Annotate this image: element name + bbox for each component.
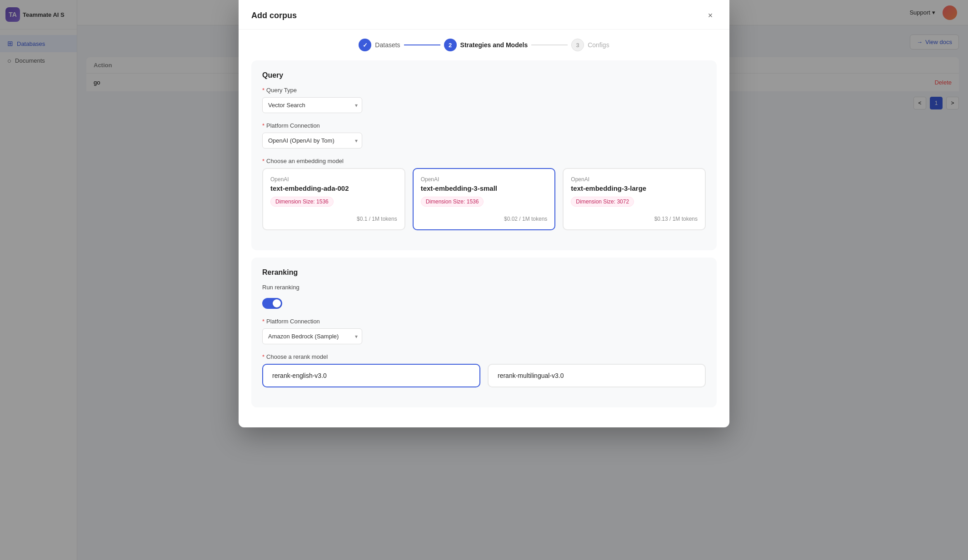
step-1-label: Datasets bbox=[375, 41, 400, 49]
model-1-dimension: Dimension Size: 1536 bbox=[421, 197, 484, 207]
query-platform-select-wrapper: OpenAI (OpenAI by Tom) Amazon Bedrock (S… bbox=[262, 133, 362, 149]
step-3: 3 Configs bbox=[571, 39, 609, 51]
embedding-model-cards: OpenAI text-embedding-ada-002 Dimension … bbox=[262, 168, 706, 230]
run-reranking-toggle[interactable] bbox=[262, 298, 282, 309]
modal-title: Add corpus bbox=[251, 11, 297, 20]
modal-header: Add corpus × bbox=[239, 0, 729, 30]
query-section-title: Query bbox=[262, 71, 706, 79]
embedding-model-label-text: Choose an embedding model bbox=[266, 158, 344, 164]
toggle-knob bbox=[273, 299, 281, 307]
rerank-model-label: * Choose a rerank model bbox=[262, 353, 706, 360]
model-2-provider: OpenAI bbox=[571, 176, 698, 183]
rerank-model-required-marker: * bbox=[262, 353, 264, 360]
query-type-select-wrapper: Vector Search Keyword Search Hybrid Sear… bbox=[262, 97, 362, 113]
model-0-name: text-embedding-ada-002 bbox=[270, 184, 397, 192]
rerank-card-0-name: rerank-english-v3.0 bbox=[272, 372, 327, 379]
step-connector-2 bbox=[531, 45, 568, 45]
query-platform-required-marker: * bbox=[262, 122, 264, 129]
query-type-select[interactable]: Vector Search Keyword Search Hybrid Sear… bbox=[262, 97, 362, 113]
embedding-model-card-1[interactable]: OpenAI text-embedding-3-small Dimension … bbox=[413, 168, 556, 230]
reranking-section-title: Reranking bbox=[262, 268, 706, 277]
reranking-platform-required-marker: * bbox=[262, 318, 264, 325]
reranking-platform-label-text: Platform Connection bbox=[266, 318, 320, 325]
step-1-circle: ✓ bbox=[359, 39, 371, 51]
model-0-provider: OpenAI bbox=[270, 176, 397, 183]
add-corpus-modal: Add corpus × ✓ Datasets 2 Strategies and… bbox=[239, 0, 729, 427]
model-2-price: $0.13 / 1M tokens bbox=[571, 216, 698, 222]
query-type-label: * Query Type bbox=[262, 87, 706, 94]
step-connector-1 bbox=[404, 45, 440, 45]
query-platform-connection-field-group: * Platform Connection OpenAI (OpenAI by … bbox=[262, 122, 706, 149]
embedding-model-field-group: * Choose an embedding model OpenAI text-… bbox=[262, 158, 706, 230]
reranking-platform-select[interactable]: Amazon Bedrock (Sample) OpenAI (OpenAI b… bbox=[262, 328, 362, 344]
step-2: 2 Strategies and Models bbox=[444, 39, 528, 51]
model-0-dimension: Dimension Size: 1536 bbox=[270, 197, 334, 207]
stepper: ✓ Datasets 2 Strategies and Models 3 Con… bbox=[239, 30, 729, 60]
reranking-platform-select-wrapper: Amazon Bedrock (Sample) OpenAI (OpenAI b… bbox=[262, 328, 362, 344]
reranking-platform-connection-field-group: * Platform Connection Amazon Bedrock (Sa… bbox=[262, 318, 706, 344]
rerank-model-field-group: * Choose a rerank model rerank-english-v… bbox=[262, 353, 706, 387]
model-1-price: $0.02 / 1M tokens bbox=[421, 216, 548, 222]
step-2-label: Strategies and Models bbox=[460, 41, 528, 49]
model-1-name: text-embedding-3-small bbox=[421, 184, 548, 192]
rerank-model-label-text: Choose a rerank model bbox=[266, 353, 328, 360]
query-section: Query * Query Type Vector Search Keyword… bbox=[251, 60, 717, 250]
rerank-card-1[interactable]: rerank-multilingual-v3.0 bbox=[488, 364, 706, 387]
rerank-model-cards: rerank-english-v3.0 rerank-multilingual-… bbox=[262, 364, 706, 387]
run-reranking-label: Run reranking bbox=[262, 284, 299, 291]
model-2-name: text-embedding-3-large bbox=[571, 184, 698, 192]
query-type-field-group: * Query Type Vector Search Keyword Searc… bbox=[262, 87, 706, 113]
query-type-required-marker: * bbox=[262, 87, 264, 94]
query-platform-connection-label: * Platform Connection bbox=[262, 122, 706, 129]
rerank-card-1-name: rerank-multilingual-v3.0 bbox=[498, 372, 564, 379]
run-reranking-toggle-wrapper: Run reranking bbox=[262, 284, 706, 291]
step-3-label: Configs bbox=[588, 41, 609, 49]
query-platform-select[interactable]: OpenAI (OpenAI by Tom) Amazon Bedrock (S… bbox=[262, 133, 362, 149]
rerank-card-0[interactable]: rerank-english-v3.0 bbox=[262, 364, 480, 387]
step-2-circle: 2 bbox=[444, 39, 457, 51]
embedding-model-card-2[interactable]: OpenAI text-embedding-3-large Dimension … bbox=[563, 168, 706, 230]
embedding-model-label: * Choose an embedding model bbox=[262, 158, 706, 164]
reranking-platform-label: * Platform Connection bbox=[262, 318, 706, 325]
model-2-dimension: Dimension Size: 3072 bbox=[571, 197, 634, 207]
modal-body: Query * Query Type Vector Search Keyword… bbox=[239, 60, 729, 427]
query-platform-label-text: Platform Connection bbox=[266, 122, 320, 129]
embedding-model-required-marker: * bbox=[262, 158, 264, 164]
step-1: ✓ Datasets bbox=[359, 39, 400, 51]
step-3-circle: 3 bbox=[571, 39, 584, 51]
model-0-price: $0.1 / 1M tokens bbox=[270, 216, 397, 222]
embedding-model-card-0[interactable]: OpenAI text-embedding-ada-002 Dimension … bbox=[262, 168, 405, 230]
reranking-section: Reranking Run reranking * Platform Conne… bbox=[251, 258, 717, 407]
close-button[interactable]: × bbox=[704, 9, 717, 22]
model-1-provider: OpenAI bbox=[421, 176, 548, 183]
query-type-label-text: Query Type bbox=[266, 87, 297, 94]
